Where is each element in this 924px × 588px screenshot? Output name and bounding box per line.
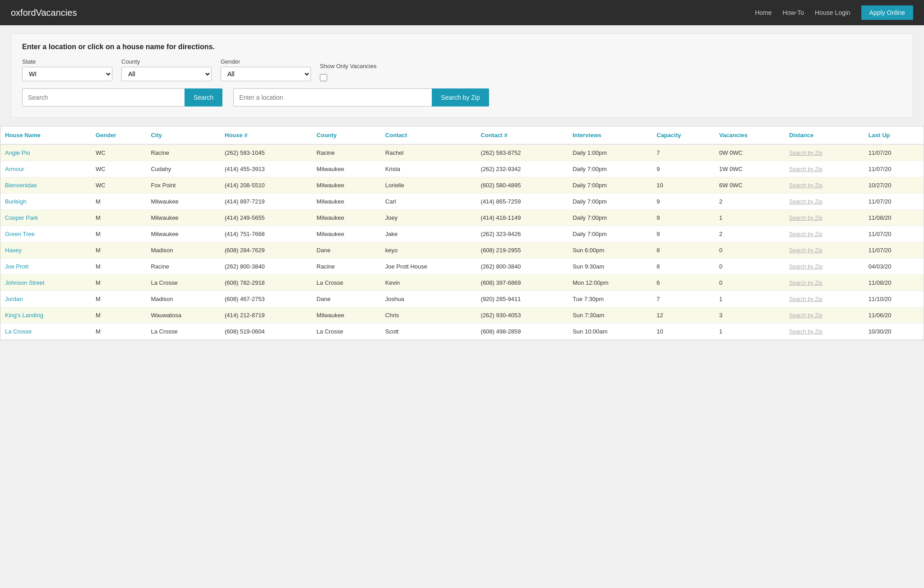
cell-interviews: Tue 7:30pm (568, 291, 652, 307)
search-by-zip-cell-link[interactable]: Search by Zip (789, 182, 822, 189)
house-name-link[interactable]: Joe Prott (5, 263, 28, 270)
col-contact[interactable]: Contact (381, 126, 476, 144)
nav-home[interactable]: Home (755, 9, 772, 16)
cell-distance[interactable]: Search by Zip (785, 242, 864, 259)
cell-vacancies: 1 (715, 324, 785, 340)
search-by-zip-cell-link[interactable]: Search by Zip (789, 280, 822, 286)
cell-interviews: Sun 10:00am (568, 324, 652, 340)
cell-house_name[interactable]: Havey (0, 242, 91, 259)
cell-interviews: Mon 12:00pm (568, 275, 652, 291)
cell-house_name[interactable]: Bienvenidas (0, 177, 91, 194)
cell-contact: Chris (381, 307, 476, 324)
search-input[interactable] (22, 88, 185, 106)
cell-house_name[interactable]: King's Landing (0, 307, 91, 324)
col-contact-num[interactable]: Contact # (476, 126, 568, 144)
col-county[interactable]: County (312, 126, 381, 144)
cell-contact: Carl (381, 194, 476, 210)
cell-distance[interactable]: Search by Zip (785, 324, 864, 340)
col-distance[interactable]: Distance (785, 126, 864, 144)
cell-distance[interactable]: Search by Zip (785, 177, 864, 194)
gender-select[interactable]: All M WC (221, 67, 311, 81)
house-name-link[interactable]: Bienvenidas (5, 182, 37, 189)
house-name-link[interactable]: Armour (5, 166, 24, 172)
house-name-link[interactable]: Green Tree (5, 231, 35, 237)
col-last-update[interactable]: Last Up (864, 126, 924, 144)
search-by-zip-cell-link[interactable]: Search by Zip (789, 231, 822, 237)
cell-vacancies: 1W 0WC (715, 161, 785, 177)
cell-contact: keyo (381, 242, 476, 259)
house-name-link[interactable]: La Crosse (5, 328, 32, 335)
search-by-zip-cell-link[interactable]: Search by Zip (789, 150, 822, 156)
col-capacity[interactable]: Capacity (652, 126, 715, 144)
zip-input[interactable] (233, 88, 432, 106)
cell-distance[interactable]: Search by Zip (785, 226, 864, 242)
search-by-zip-cell-link[interactable]: Search by Zip (789, 312, 822, 319)
cell-distance[interactable]: Search by Zip (785, 161, 864, 177)
cell-house_name[interactable]: La Crosse (0, 324, 91, 340)
vacancies-filter-group: Show Only Vacancies (320, 63, 377, 81)
search-by-zip-cell-link[interactable]: Search by Zip (789, 264, 822, 270)
col-city[interactable]: City (146, 126, 220, 144)
col-gender[interactable]: Gender (91, 126, 147, 144)
table-row: ArmourWCCudahy(414) 455-3913MilwaukeeKri… (0, 161, 924, 177)
search-by-zip-cell-link[interactable]: Search by Zip (789, 166, 822, 172)
house-name-link[interactable]: Burleigh (5, 198, 27, 205)
cell-house_name[interactable]: Green Tree (0, 226, 91, 242)
cell-distance[interactable]: Search by Zip (785, 194, 864, 210)
cell-capacity: 8 (652, 259, 715, 275)
vacancies-checkbox[interactable] (320, 74, 327, 81)
nav-links: Home How-To House Login Apply Online (755, 5, 913, 20)
col-house-name[interactable]: House Name (0, 126, 91, 144)
cell-gender: M (91, 291, 147, 307)
search-by-zip-cell-link[interactable]: Search by Zip (789, 296, 822, 302)
search-by-zip-cell-link[interactable]: Search by Zip (789, 247, 822, 254)
cell-house_name[interactable]: Johnson Street (0, 275, 91, 291)
cell-house_name[interactable]: Angie Pio (0, 144, 91, 161)
cell-distance[interactable]: Search by Zip (785, 291, 864, 307)
cell-distance[interactable]: Search by Zip (785, 275, 864, 291)
county-select[interactable]: All Milwaukee Dane Racine (121, 67, 212, 81)
cell-contact_num: (262) 930-4053 (476, 307, 568, 324)
search-by-zip-button[interactable]: Search by Zip (432, 88, 489, 106)
cell-house_num: (414) 455-3913 (220, 161, 312, 177)
cell-house_name[interactable]: Burleigh (0, 194, 91, 210)
state-select[interactable]: WI IL MN (22, 67, 112, 81)
cell-distance[interactable]: Search by Zip (785, 144, 864, 161)
col-interviews[interactable]: Interviews (568, 126, 652, 144)
house-name-link[interactable]: Angie Pio (5, 149, 30, 156)
house-name-link[interactable]: Johnson Street (5, 279, 44, 286)
nav-howto[interactable]: How-To (783, 9, 804, 16)
cell-last_update: 11/07/20 (864, 226, 924, 242)
cell-interviews: Daily 7:00pm (568, 161, 652, 177)
cell-contact: Kevin (381, 275, 476, 291)
county-filter-group: County All Milwaukee Dane Racine (121, 58, 212, 81)
house-name-link[interactable]: Havey (5, 247, 22, 254)
house-name-link[interactable]: Cooper Park (5, 214, 38, 221)
cell-house_name[interactable]: Jordan (0, 291, 91, 307)
table-row: Johnson StreetMLa Crosse(608) 782-2918La… (0, 275, 924, 291)
cell-house_name[interactable]: Armour (0, 161, 91, 177)
cell-house_name[interactable]: Joe Prott (0, 259, 91, 275)
cell-gender: WC (91, 144, 147, 161)
cell-capacity: 12 (652, 307, 715, 324)
search-by-zip-cell-link[interactable]: Search by Zip (789, 199, 822, 205)
cell-house_name[interactable]: Cooper Park (0, 210, 91, 226)
cell-distance[interactable]: Search by Zip (785, 259, 864, 275)
house-name-link[interactable]: King's Landing (5, 312, 43, 319)
vacancies-label: Show Only Vacancies (320, 63, 377, 69)
cell-distance[interactable]: Search by Zip (785, 307, 864, 324)
cell-distance[interactable]: Search by Zip (785, 210, 864, 226)
cell-contact_num: (262) 583-8752 (476, 144, 568, 161)
nav-house-login[interactable]: House Login (815, 9, 850, 16)
search-row: Search Search by Zip (22, 88, 902, 106)
cell-city: Fox Point (146, 177, 220, 194)
house-name-link[interactable]: Jordan (5, 296, 23, 302)
cell-house_num: (608) 519-0604 (220, 324, 312, 340)
col-vacancies[interactable]: Vacancies (715, 126, 785, 144)
search-by-zip-cell-link[interactable]: Search by Zip (789, 329, 822, 335)
cell-last_update: 11/07/20 (864, 161, 924, 177)
search-button[interactable]: Search (185, 88, 222, 106)
search-by-zip-cell-link[interactable]: Search by Zip (789, 215, 822, 221)
col-house-num[interactable]: House # (220, 126, 312, 144)
apply-online-button[interactable]: Apply Online (861, 5, 913, 20)
